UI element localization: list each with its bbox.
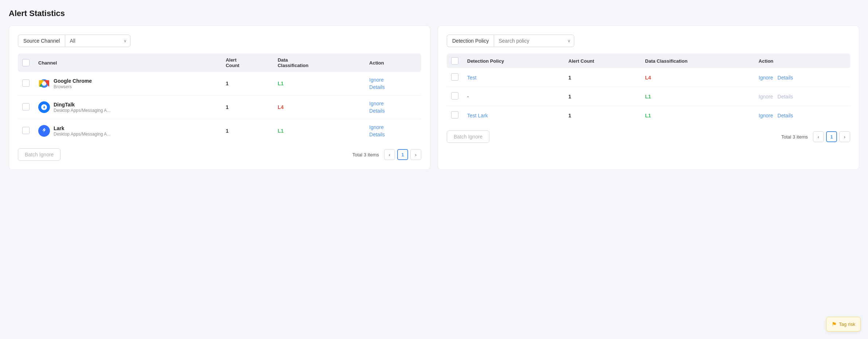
right-table: Detection Policy Alert Count Data Classi… xyxy=(447,54,850,125)
right-row-1-details-btn[interactable]: Details xyxy=(778,75,793,81)
right-row-2-checkbox[interactable] xyxy=(451,92,458,100)
right-row-3-details-btn[interactable]: Details xyxy=(778,113,793,118)
right-row-2-policy: - xyxy=(463,87,564,106)
left-row-2-ignore-btn[interactable]: Ignore xyxy=(369,101,384,106)
left-footer: Batch Ignore Total 3 items ‹ 1 › xyxy=(18,148,421,161)
left-row-2-name: DingTalk xyxy=(54,102,110,108)
table-row: Test Lark 1 L1 Ignore Details xyxy=(447,106,850,125)
right-table-body: Test 1 L4 Ignore Details xyxy=(447,68,850,125)
page-title: Alert Statistics xyxy=(9,9,859,18)
right-row-1-policy-link[interactable]: Test xyxy=(467,75,477,81)
left-row-1-checkbox[interactable] xyxy=(22,79,30,87)
left-row-3-name: Lark xyxy=(54,125,110,131)
left-page-prev-btn[interactable]: ‹ xyxy=(384,149,395,160)
right-row-1-level: L4 xyxy=(645,75,651,81)
left-row-1-action: Ignore Details xyxy=(365,72,421,96)
right-row-3-level: L1 xyxy=(645,113,651,118)
left-row-3-ignore-btn[interactable]: Ignore xyxy=(369,124,384,130)
left-row-1-sub: Browsers xyxy=(54,84,92,89)
right-row-1-classification: L4 xyxy=(641,68,754,87)
panels-container: Source Channel All ∨ Channel AlertC xyxy=(9,26,859,170)
left-row-2-classification: L4 xyxy=(273,96,365,119)
table-row: - 1 L1 Ignore Details xyxy=(447,87,850,106)
left-header-checkbox[interactable] xyxy=(22,59,30,66)
right-row-2-action: Ignore Details xyxy=(754,87,850,106)
left-page-1-btn[interactable]: 1 xyxy=(397,149,408,160)
left-row-3-action: Ignore Details xyxy=(365,119,421,143)
left-row-2-alert-count: 1 xyxy=(221,96,273,119)
right-row-1-alert-count: 1 xyxy=(564,68,641,87)
left-row-2-level: L4 xyxy=(278,104,284,110)
left-row-1-ignore-btn[interactable]: Ignore xyxy=(369,77,384,83)
left-page-next-btn[interactable]: › xyxy=(410,149,421,160)
right-row-3-policy-link[interactable]: Test Lark xyxy=(467,113,488,118)
table-row: Lark Desktop Apps/Messaging A... 1 L1 Ig… xyxy=(18,119,421,143)
right-header-checkbox[interactable] xyxy=(451,57,458,65)
left-row-3-classification: L1 xyxy=(273,119,365,143)
right-row-3-alert-count: 1 xyxy=(564,106,641,125)
left-row-2-sub: Desktop Apps/Messaging A... xyxy=(54,108,110,113)
right-row-2-ignore-btn[interactable]: Ignore xyxy=(759,94,773,100)
detection-policy-label: Detection Policy xyxy=(447,35,494,47)
right-row-1-checkbox[interactable] xyxy=(451,73,458,81)
right-row-2-classification: L1 xyxy=(641,87,754,106)
table-row: Test 1 L4 Ignore Details xyxy=(447,68,850,87)
right-panel: Detection Policy ∨ Detection Policy Aler… xyxy=(438,26,859,170)
right-row-2-policy-text: - xyxy=(467,94,469,100)
left-th-data-classification: DataClassification xyxy=(273,54,365,72)
right-total-text: Total 3 items xyxy=(781,134,808,140)
left-row-2-checkbox-cell xyxy=(18,96,34,119)
left-row-2-action: Ignore Details xyxy=(365,96,421,119)
right-th-checkbox xyxy=(447,54,463,68)
svg-point-2 xyxy=(42,82,46,85)
right-page-1-btn[interactable]: 1 xyxy=(826,131,837,142)
right-row-3-classification: L1 xyxy=(641,106,754,125)
right-row-1-ignore-btn[interactable]: Ignore xyxy=(759,75,773,81)
left-row-2-channel: DingTalk Desktop Apps/Messaging A... xyxy=(34,96,221,119)
left-total-text: Total 3 items xyxy=(352,152,379,157)
left-batch-ignore-button[interactable]: Batch Ignore xyxy=(18,148,60,161)
detection-policy-filter-row: Detection Policy ∨ xyxy=(447,35,850,47)
source-channel-filter-row: Source Channel All ∨ xyxy=(18,35,421,47)
left-row-3-checkbox[interactable] xyxy=(22,127,30,134)
left-th-checkbox xyxy=(18,54,34,72)
right-row-1-policy: Test xyxy=(463,68,564,87)
left-row-checkbox-cell xyxy=(18,72,34,96)
right-page-next-btn[interactable]: › xyxy=(839,131,850,142)
left-th-action: Action xyxy=(365,54,421,72)
detection-policy-search-input[interactable] xyxy=(494,35,574,47)
right-page-prev-btn[interactable]: ‹ xyxy=(813,131,824,142)
detection-policy-search-wrapper: ∨ xyxy=(494,35,574,47)
right-batch-ignore-button[interactable]: Batch Ignore xyxy=(447,130,489,143)
right-th-alert-count: Alert Count xyxy=(564,54,641,68)
left-row-3-sub: Desktop Apps/Messaging A... xyxy=(54,132,110,137)
right-table-header: Detection Policy Alert Count Data Classi… xyxy=(447,54,850,68)
left-row-1-classification: L1 xyxy=(273,72,365,96)
left-row-2-checkbox[interactable] xyxy=(22,103,30,110)
left-table-header: Channel AlertCount DataClassification Ac… xyxy=(18,54,421,72)
left-pagination: Total 3 items ‹ 1 › xyxy=(352,149,421,160)
right-th-data-classification: Data Classification xyxy=(641,54,754,68)
left-th-alert-count: AlertCount xyxy=(221,54,273,72)
left-row-1-channel: Google Chrome Browsers xyxy=(34,72,221,96)
dingtalk-icon xyxy=(38,101,50,113)
right-row-3-action: Ignore Details xyxy=(754,106,850,125)
right-pagination: Total 3 items ‹ 1 › xyxy=(781,131,850,142)
right-row-2-checkbox-cell xyxy=(447,87,463,106)
right-row-1-checkbox-cell xyxy=(447,68,463,87)
left-row-1-details-btn[interactable]: Details xyxy=(369,84,385,90)
right-row-3-checkbox[interactable] xyxy=(451,111,458,118)
google-chrome-icon xyxy=(38,78,50,89)
left-row-1-name: Google Chrome xyxy=(54,78,92,84)
right-row-2-details-btn[interactable]: Details xyxy=(778,94,793,100)
right-row-2-level: L1 xyxy=(645,94,651,100)
table-row: Google Chrome Browsers 1 L1 Ignore Detai… xyxy=(18,72,421,96)
right-footer: Batch Ignore Total 3 items ‹ 1 › xyxy=(447,130,850,143)
left-row-3-details-btn[interactable]: Details xyxy=(369,132,385,137)
source-channel-select[interactable]: All xyxy=(65,35,130,47)
right-th-policy: Detection Policy xyxy=(463,54,564,68)
left-row-2-details-btn[interactable]: Details xyxy=(369,108,385,114)
right-row-2-alert-count: 1 xyxy=(564,87,641,106)
right-row-3-ignore-btn[interactable]: Ignore xyxy=(759,113,773,118)
left-th-channel: Channel xyxy=(34,54,221,72)
